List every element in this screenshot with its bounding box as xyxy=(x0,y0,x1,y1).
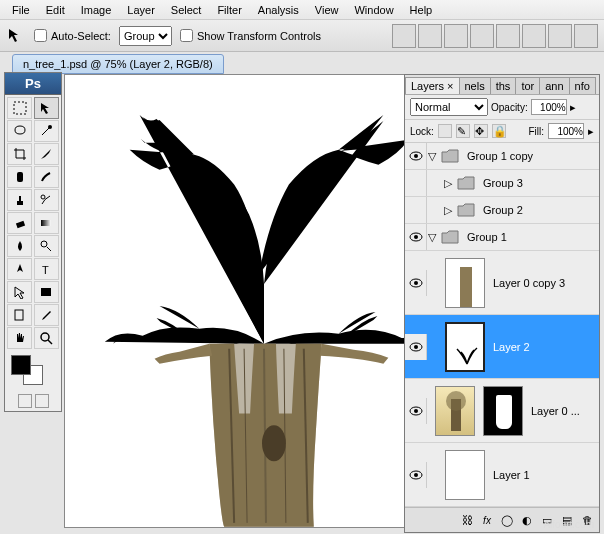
lock-pixels-icon[interactable]: ✎ xyxy=(456,124,470,138)
layer-thumbnail[interactable] xyxy=(445,322,485,372)
eyedropper-tool[interactable] xyxy=(34,304,59,326)
menu-analysis[interactable]: Analysis xyxy=(250,2,307,18)
layer-name[interactable]: Layer 0 copy 3 xyxy=(489,277,569,289)
visibility-toggle[interactable] xyxy=(405,170,427,196)
auto-select-dropdown[interactable]: Group xyxy=(119,26,172,46)
mask-icon[interactable]: ◯ xyxy=(498,511,516,529)
svg-rect-3 xyxy=(17,201,23,205)
menu-image[interactable]: Image xyxy=(73,2,120,18)
visibility-toggle[interactable] xyxy=(405,334,427,360)
layer-name[interactable]: Group 2 xyxy=(479,204,527,216)
eraser-tool[interactable] xyxy=(7,212,32,234)
shape-tool[interactable] xyxy=(34,281,59,303)
align-icon[interactable] xyxy=(418,24,442,48)
tab-paths[interactable]: ths xyxy=(490,77,517,94)
visibility-toggle[interactable] xyxy=(405,270,427,296)
slice-tool[interactable] xyxy=(34,143,59,165)
lock-transparency-icon[interactable] xyxy=(438,124,452,138)
visibility-toggle[interactable] xyxy=(405,197,427,223)
marquee-tool[interactable] xyxy=(7,97,32,119)
align-icon[interactable] xyxy=(470,24,494,48)
quickmask-icon[interactable] xyxy=(18,394,32,408)
path-tool[interactable] xyxy=(7,281,32,303)
layer-name[interactable]: Group 1 xyxy=(463,231,511,243)
foreground-color[interactable] xyxy=(11,355,31,375)
expand-toggle[interactable]: ▷ xyxy=(443,177,453,190)
hand-tool[interactable] xyxy=(7,327,32,349)
menu-window[interactable]: Window xyxy=(346,2,401,18)
type-tool[interactable]: T xyxy=(34,258,59,280)
fill-flyout-icon[interactable]: ▸ xyxy=(588,125,594,138)
layer-thumbnail[interactable] xyxy=(435,386,475,436)
move-tool[interactable] xyxy=(34,97,59,119)
screenmode-icon[interactable] xyxy=(35,394,49,408)
align-icon[interactable] xyxy=(574,24,598,48)
link-icon[interactable]: ⛓ xyxy=(458,511,476,529)
layer-name[interactable]: Layer 2 xyxy=(489,341,534,353)
notes-tool[interactable] xyxy=(7,304,32,326)
align-icon[interactable] xyxy=(444,24,468,48)
expand-toggle[interactable]: ▽ xyxy=(427,231,437,244)
menu-view[interactable]: View xyxy=(307,2,347,18)
stamp-tool[interactable] xyxy=(7,189,32,211)
layer-group[interactable]: ▷ Group 2 xyxy=(405,197,599,224)
pen-tool[interactable] xyxy=(7,258,32,280)
tab-history[interactable]: tor xyxy=(515,77,540,94)
layer-group[interactable]: ▽ Group 1 xyxy=(405,224,599,251)
tab-actions[interactable]: ann xyxy=(539,77,569,94)
fill-input[interactable] xyxy=(548,123,584,139)
layer-name[interactable]: Layer 1 xyxy=(489,469,534,481)
wand-tool[interactable] xyxy=(34,120,59,142)
auto-select-checkbox[interactable]: Auto-Select: xyxy=(34,29,111,42)
align-icon[interactable] xyxy=(496,24,520,48)
visibility-toggle[interactable] xyxy=(405,224,427,250)
layer-name[interactable]: Group 1 copy xyxy=(463,150,537,162)
menu-file[interactable]: File xyxy=(4,2,38,18)
menu-help[interactable]: Help xyxy=(402,2,441,18)
visibility-toggle[interactable] xyxy=(405,398,427,424)
color-swatches[interactable] xyxy=(5,351,61,391)
expand-toggle[interactable]: ▷ xyxy=(443,204,453,217)
dodge-tool[interactable] xyxy=(34,235,59,257)
layer-mask-thumbnail[interactable] xyxy=(483,386,523,436)
menu-edit[interactable]: Edit xyxy=(38,2,73,18)
history-brush-tool[interactable] xyxy=(34,189,59,211)
layer-group[interactable]: ▷ Group 3 xyxy=(405,170,599,197)
layer-row[interactable]: Layer 0 copy 3 xyxy=(405,251,599,315)
show-transform-checkbox[interactable]: Show Transform Controls xyxy=(180,29,321,42)
lock-position-icon[interactable]: ✥ xyxy=(474,124,488,138)
blend-mode-dropdown[interactable]: Normal xyxy=(410,98,488,116)
lock-all-icon[interactable]: 🔒 xyxy=(492,124,506,138)
fx-icon[interactable]: fx xyxy=(478,511,496,529)
opacity-input[interactable] xyxy=(531,99,567,115)
layer-row-selected[interactable]: Layer 2 xyxy=(405,315,599,379)
tab-channels[interactable]: nels xyxy=(459,77,491,94)
lasso-tool[interactable] xyxy=(7,120,32,142)
visibility-toggle[interactable] xyxy=(405,462,427,488)
layer-row[interactable]: Layer 1 xyxy=(405,443,599,507)
layer-row[interactable]: Layer 0 ... xyxy=(405,379,599,443)
gradient-tool[interactable] xyxy=(34,212,59,234)
crop-tool[interactable] xyxy=(7,143,32,165)
layer-name[interactable]: Group 3 xyxy=(479,177,527,189)
adjustment-icon[interactable]: ◐ xyxy=(518,511,536,529)
visibility-toggle[interactable] xyxy=(405,143,427,169)
menu-layer[interactable]: Layer xyxy=(119,2,163,18)
expand-toggle[interactable]: ▽ xyxy=(427,150,437,163)
layer-group[interactable]: ▽ Group 1 copy xyxy=(405,143,599,170)
layer-thumbnail[interactable] xyxy=(445,258,485,308)
menu-filter[interactable]: Filter xyxy=(209,2,249,18)
menu-select[interactable]: Select xyxy=(163,2,210,18)
heal-tool[interactable] xyxy=(7,166,32,188)
opacity-flyout-icon[interactable]: ▸ xyxy=(570,101,576,114)
layer-name[interactable]: Layer 0 ... xyxy=(527,405,584,417)
tab-layers[interactable]: Layers × xyxy=(405,77,460,94)
layer-thumbnail[interactable] xyxy=(445,450,485,500)
align-icon[interactable] xyxy=(392,24,416,48)
tab-info[interactable]: nfo xyxy=(569,77,596,94)
zoom-tool[interactable] xyxy=(34,327,59,349)
blur-tool[interactable] xyxy=(7,235,32,257)
brush-tool[interactable] xyxy=(34,166,59,188)
align-icon[interactable] xyxy=(548,24,572,48)
align-icon[interactable] xyxy=(522,24,546,48)
